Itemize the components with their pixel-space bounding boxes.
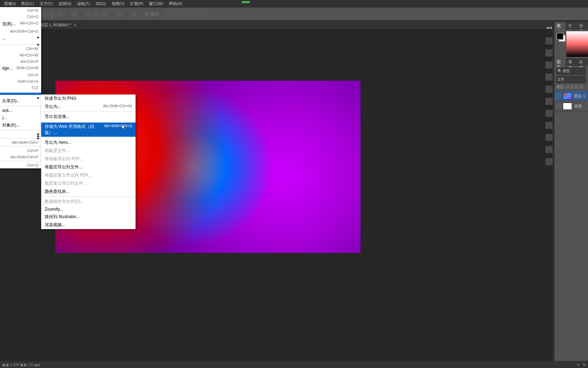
tab-channels[interactable]: 通道 <box>566 58 577 66</box>
layer-filter-select[interactable]: 🔍 类型 <box>556 67 586 75</box>
layer-row[interactable]: 图层 1 <box>554 91 588 101</box>
3d-camera-icon[interactable] <box>204 11 210 17</box>
file-menu-item[interactable]: Ctrl+S <box>0 72 41 78</box>
3d-slide-icon[interactable] <box>188 11 194 17</box>
file-menu-item[interactable]: Ctrl+Q <box>0 162 41 168</box>
3d-pan-icon[interactable] <box>181 11 186 17</box>
3d-roll-icon[interactable] <box>173 11 178 17</box>
tab-layers[interactable]: 图层 <box>554 58 566 66</box>
distribute-icon[interactable] <box>72 11 77 17</box>
fx-icon[interactable] <box>545 37 553 44</box>
file-menu-item[interactable]: Ctrl+N <box>0 7 41 13</box>
more-spacing-icon[interactable] <box>116 11 122 17</box>
file-menu-item[interactable]: Ctrl+O <box>0 13 41 20</box>
export-menu-item: 数据组作为文件(D)... <box>41 197 136 206</box>
file-menu-item[interactable]: Ctrl+P <box>0 147 41 154</box>
file-menu-item[interactable]: dge...Shift+Ctrl+W <box>0 65 41 72</box>
3d-zoom-icon[interactable] <box>196 11 202 17</box>
export-menu-item: 画板至文件... <box>41 147 136 155</box>
file-menu-item[interactable]: Alt+Ctrl+W <box>0 52 41 58</box>
menu-window[interactable]: 窗口(W) <box>146 1 166 6</box>
menu-shortcut: Ctrl+W <box>26 47 38 51</box>
menu-3d[interactable]: 3D(D) <box>93 1 109 6</box>
menu-select[interactable]: 选择(S) <box>56 1 75 6</box>
export-menu-item[interactable]: 颜色查找表... <box>41 188 136 196</box>
file-menu-item[interactable] <box>0 135 41 137</box>
file-menu-item[interactable]: 共享(D)... <box>0 97 41 105</box>
character-icon[interactable] <box>545 74 553 81</box>
more-options-icon[interactable] <box>131 11 137 17</box>
actions-icon[interactable] <box>545 134 553 141</box>
3d-orbit-icon[interactable] <box>165 11 171 17</box>
file-menu-item[interactable]: Alt+Shift+Ctrl+I <box>0 139 41 146</box>
export-menu-item[interactable]: 导出首选项... <box>41 113 136 121</box>
fg-color-swatch[interactable] <box>556 33 564 40</box>
align-right-icon[interactable] <box>57 11 63 17</box>
glyphs-icon[interactable] <box>545 61 553 69</box>
file-menu-item[interactable]: Alt+Shift+Ctrl+P <box>0 154 41 160</box>
menu-filter[interactable]: 滤镜(T) <box>74 1 93 6</box>
align-middle-icon[interactable] <box>94 11 100 17</box>
export-menu-item[interactable]: 导出为 Aero... <box>41 139 136 147</box>
visibility-icon[interactable] <box>556 94 561 98</box>
align-center-icon[interactable] <box>49 11 55 17</box>
file-menu-item[interactable]: ... <box>0 34 41 42</box>
lock-all-icon[interactable] <box>579 85 583 89</box>
menu-type[interactable]: 文字(Y) <box>37 1 56 6</box>
tab-gradient[interactable]: 渐变 <box>577 22 588 30</box>
align-left-icon[interactable] <box>42 11 47 17</box>
menu-image[interactable]: 图像(I) <box>1 1 18 6</box>
export-menu-item[interactable]: Zoomify... <box>41 206 136 213</box>
file-menu-item[interactable] <box>0 42 41 44</box>
file-menu-item[interactable]: 览(B)...Alt+Ctrl+O <box>0 20 41 28</box>
tab-close-icon[interactable]: × <box>74 23 76 28</box>
menu-view[interactable]: 视图(V) <box>109 1 128 6</box>
status-fx-icon[interactable]: fx <box>583 363 586 368</box>
menu-divider <box>41 196 136 197</box>
tab-paths[interactable]: 路径 <box>577 58 588 66</box>
file-menu-item[interactable]: Ctrl+W <box>0 45 41 52</box>
align-bottom-icon[interactable] <box>102 11 108 17</box>
export-menu-item[interactable]: 渲染视频... <box>41 221 136 229</box>
lock-artboard-icon[interactable] <box>575 85 578 89</box>
lock-pixels-icon[interactable] <box>566 85 569 89</box>
appearance-icon[interactable] <box>545 98 553 105</box>
history-icon[interactable] <box>545 122 553 129</box>
file-menu-item[interactable]: )... <box>0 114 41 121</box>
menu-extensions[interactable]: 扩展(P) <box>127 1 146 6</box>
lock-position-icon[interactable] <box>570 85 574 89</box>
align-top-icon[interactable] <box>86 11 92 17</box>
export-menu-item[interactable]: 路径到 Illustrator... <box>41 213 136 221</box>
layer-thumb[interactable] <box>563 103 572 110</box>
menu-item-label: 导出为 Aero... <box>45 140 71 146</box>
paragraph-icon[interactable] <box>545 49 553 56</box>
color-panel[interactable] <box>554 30 588 58</box>
tab-color[interactable]: 颜色 <box>554 22 566 30</box>
file-menu-item[interactable]: Shift+Ctrl+S <box>0 78 41 85</box>
file-menu-item[interactable]: Alt+Shift+Ctrl+O <box>0 28 41 34</box>
export-menu-item[interactable]: 存储为 Web 所用格式（旧版）...Alt+Shift+Ctrl+S <box>41 123 136 137</box>
menu-help[interactable]: 帮助(H) <box>166 1 185 6</box>
ai-icon[interactable] <box>545 158 553 165</box>
expand-panels-icon[interactable]: ◀◀ <box>546 26 552 29</box>
export-menu-item[interactable]: 将图层导出到文件... <box>41 163 136 171</box>
options-bar: 显示变换控件 3D 模式: <box>0 7 588 21</box>
styles-icon[interactable] <box>545 86 553 93</box>
layer-row[interactable]: 背景 <box>554 101 588 112</box>
export-menu-item[interactable]: 快速导出为 PNG <box>41 94 136 103</box>
color-picker-area[interactable] <box>566 31 588 57</box>
tab-swatches[interactable]: 色板 <box>566 22 577 30</box>
export-submenu: 快速导出为 PNG导出为...Alt+Shift+Ctrl+W导出首选项...存… <box>41 94 136 229</box>
blend-mode-select[interactable]: 正常 <box>556 76 586 83</box>
menu-layer[interactable]: 图层(L) <box>18 1 37 6</box>
status-link-icon[interactable]: ∞ <box>577 363 579 368</box>
visibility-icon[interactable] <box>556 104 561 108</box>
file-menu-item[interactable]: Alt+Ctrl+P <box>0 58 41 65</box>
layer-thumb[interactable] <box>563 92 572 99</box>
align-group <box>42 11 63 17</box>
libraries-icon[interactable] <box>545 146 553 153</box>
file-menu-item[interactable]: ock... <box>0 107 41 114</box>
export-menu-item[interactable]: 导出为...Alt+Shift+Ctrl+W <box>41 103 136 111</box>
adjustments-icon[interactable] <box>545 110 553 117</box>
file-menu-item[interactable]: 对象(K)... <box>0 121 41 129</box>
